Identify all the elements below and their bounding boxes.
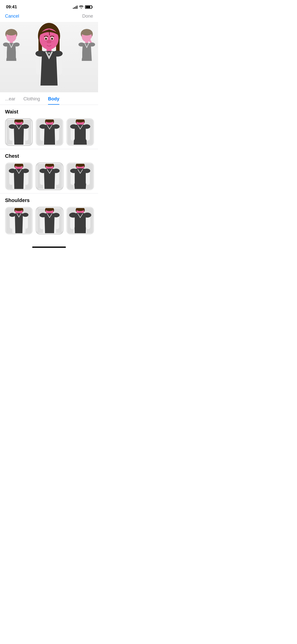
svg-point-3: [10, 37, 10, 37]
nav-bar: Cancel Done: [0, 13, 98, 22]
shoulders-section: Shoulders: [0, 193, 98, 237]
svg-point-141: [69, 213, 77, 218]
avatar-left: [0, 27, 24, 73]
avatar-main: [24, 22, 74, 92]
svg-point-92: [22, 169, 29, 173]
svg-point-4: [13, 37, 13, 37]
svg-point-33: [51, 42, 51, 43]
svg-point-112: [83, 169, 90, 173]
svg-point-10: [3, 43, 9, 47]
shoulders-option-2[interactable]: [36, 207, 63, 234]
svg-point-5: [10, 38, 11, 38]
svg-point-91: [9, 169, 16, 173]
svg-point-81: [70, 124, 77, 129]
chest-option-2[interactable]: [36, 163, 63, 190]
shoulders-options: [5, 207, 93, 235]
status-icons: [73, 5, 92, 9]
home-indicator-area: [0, 243, 98, 253]
chest-option-1[interactable]: [5, 163, 33, 190]
chest-section: Chest: [0, 149, 98, 193]
avatar-right: [74, 27, 98, 73]
svg-point-38: [35, 51, 46, 57]
waist-title: Waist: [5, 109, 93, 115]
svg-point-142: [83, 213, 91, 218]
svg-point-43: [81, 29, 92, 35]
svg-point-31: [53, 41, 53, 42]
svg-point-132: [53, 213, 60, 217]
svg-point-32: [47, 42, 48, 43]
done-button[interactable]: Done: [82, 14, 93, 19]
shoulders-option-1[interactable]: [5, 207, 33, 234]
svg-point-121: [9, 213, 15, 217]
chest-option-3[interactable]: [66, 163, 94, 190]
tab-headwear[interactable]: ...ear: [5, 96, 15, 105]
avatar-preview: [0, 22, 98, 92]
svg-point-102: [53, 169, 60, 173]
shoulders-option-3[interactable]: [66, 207, 94, 234]
shoulders-title: Shoulders: [5, 197, 93, 203]
chest-options: [5, 163, 93, 191]
home-indicator: [32, 247, 66, 248]
svg-point-111: [70, 169, 77, 173]
svg-point-61: [9, 124, 16, 129]
svg-point-23: [46, 38, 47, 38]
svg-point-40: [48, 52, 50, 54]
svg-point-71: [39, 124, 47, 129]
waist-option-3[interactable]: [66, 118, 94, 146]
waist-options: [5, 118, 93, 147]
wifi-icon: [79, 5, 83, 9]
bottom-spacer: [0, 237, 98, 243]
svg-point-11: [14, 43, 20, 47]
category-tabs: ...ear Clothing Body: [0, 96, 98, 105]
tab-body[interactable]: Body: [48, 96, 59, 105]
svg-point-52: [89, 43, 95, 47]
svg-point-29: [51, 40, 52, 41]
svg-point-28: [46, 40, 47, 41]
battery-icon: [85, 5, 92, 9]
svg-point-131: [39, 213, 47, 217]
cancel-button[interactable]: Cancel: [5, 14, 19, 19]
svg-point-2: [6, 29, 17, 35]
svg-point-62: [22, 124, 29, 129]
svg-point-101: [39, 169, 47, 173]
svg-point-82: [83, 124, 90, 129]
status-time: 09:41: [6, 5, 17, 10]
svg-point-30: [45, 41, 46, 42]
chest-title: Chest: [5, 153, 93, 159]
svg-point-72: [53, 124, 60, 129]
waist-option-2[interactable]: [36, 118, 63, 146]
waist-option-1[interactable]: [5, 118, 33, 146]
status-bar: 09:41: [0, 0, 98, 13]
signal-icon: [73, 5, 77, 9]
waist-section: Waist: [0, 105, 98, 149]
svg-point-51: [78, 43, 84, 47]
svg-point-39: [53, 51, 63, 57]
tab-clothing[interactable]: Clothing: [23, 96, 40, 105]
scroll-area: Waist: [0, 105, 98, 243]
svg-point-122: [22, 213, 28, 217]
svg-point-24: [52, 38, 53, 38]
